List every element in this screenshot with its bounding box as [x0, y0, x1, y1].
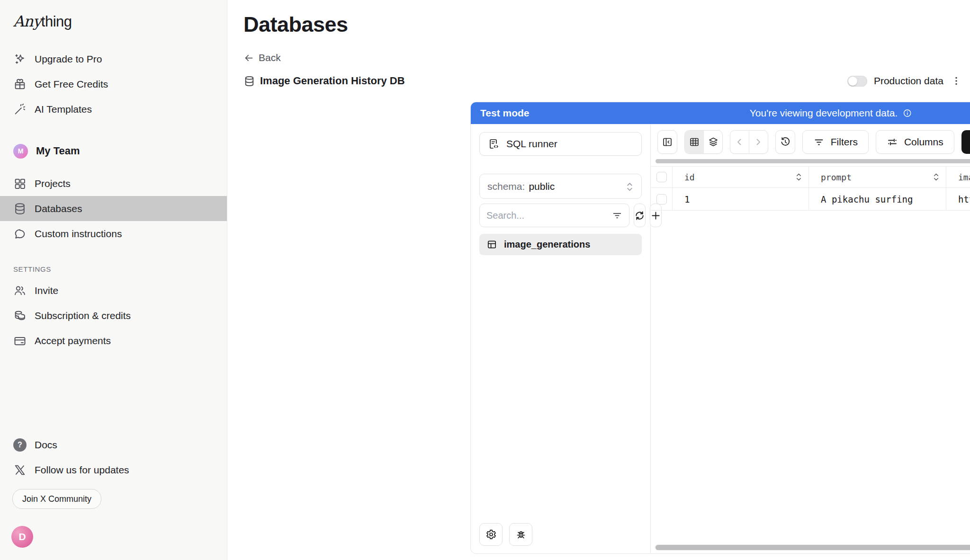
column-header-prompt[interactable]: prompt	[809, 167, 946, 187]
filter-lines-icon[interactable]	[612, 210, 622, 221]
debug-button[interactable]	[509, 523, 532, 546]
column-name: id	[684, 172, 695, 182]
chat-icon	[13, 227, 27, 240]
page-nav-group	[730, 130, 768, 154]
sparkles-icon	[13, 53, 27, 66]
people-icon	[13, 284, 27, 297]
gift-icon	[13, 78, 27, 91]
table-list-item-image-generations[interactable]: image_generations	[479, 234, 642, 255]
chevron-left-icon	[734, 136, 745, 148]
settings-heading: SETTINGS	[0, 265, 227, 273]
select-all-checkbox[interactable]	[656, 172, 667, 182]
back-label: Back	[259, 52, 281, 63]
column-header-id[interactable]: id	[673, 167, 809, 187]
table-grid-icon	[689, 136, 700, 148]
scrollbar-thumb[interactable]	[656, 545, 970, 550]
arrow-left-icon	[244, 53, 254, 63]
database-name: Image Generation History DB	[260, 75, 405, 87]
history-button[interactable]	[775, 130, 795, 154]
sidebar-item-ai-templates[interactable]: AI Templates	[0, 97, 227, 122]
schema-select-label: schema:	[487, 181, 525, 192]
sidebar-item-label: Accept payments	[35, 335, 111, 347]
column-name: prompt	[821, 172, 852, 182]
sidebar-item-databases[interactable]: Databases	[0, 196, 227, 221]
sliders-icon	[887, 136, 898, 148]
sidebar-item-label: AI Templates	[35, 104, 92, 115]
records-area: Filters Columns + Add record 1 row • 460…	[651, 124, 970, 553]
refresh-button[interactable]	[634, 204, 646, 227]
coins-icon	[13, 309, 27, 322]
schema-explorer: SQL runner schema: public	[471, 124, 651, 553]
back-link[interactable]: Back	[244, 52, 281, 63]
add-record-button[interactable]: + Add record	[961, 130, 970, 154]
production-data-label: Production data	[874, 75, 943, 87]
sidebar-item-label: Upgrade to Pro	[35, 53, 102, 65]
wand-icon	[13, 103, 27, 116]
header-checkbox-cell	[651, 167, 673, 187]
filters-label: Filters	[831, 136, 858, 148]
sidebar-item-accept-payments[interactable]: Accept payments	[0, 328, 227, 353]
schema-select[interactable]: schema: public	[479, 174, 642, 199]
help-icon: ?	[13, 438, 27, 452]
app-logo-rest: thing	[41, 13, 72, 30]
app-logo[interactable]: Anything	[0, 0, 227, 34]
sidebar-item-custom-instructions[interactable]: Custom instructions	[0, 221, 227, 246]
view-mode-switcher	[684, 130, 723, 154]
filter-lines-icon	[813, 136, 825, 148]
cell-prompt[interactable]: A pikachu surfing	[809, 188, 946, 210]
schema-select-value: public	[529, 181, 555, 192]
user-avatar[interactable]: D	[11, 526, 33, 548]
grid-icon	[13, 177, 27, 190]
refresh-icon	[634, 210, 645, 221]
sidebar-item-invite[interactable]: Invite	[0, 278, 227, 303]
gear-icon	[485, 529, 497, 540]
sidebar-item-get-free-credits[interactable]: Get Free Credits	[0, 71, 227, 97]
records-toolbar: Filters Columns + Add record 1 row • 460…	[651, 124, 970, 157]
table-icon	[486, 239, 497, 250]
table-search-input[interactable]	[486, 210, 612, 221]
next-page-button[interactable]	[749, 131, 767, 153]
toggle-knob	[848, 77, 857, 86]
table-view-button[interactable]	[685, 131, 703, 153]
column-header-image-url[interactable]: image_url	[946, 167, 970, 187]
sidebar-item-follow-updates[interactable]: Follow us for updates	[0, 457, 227, 482]
filters-button[interactable]: Filters	[802, 130, 869, 154]
cell-image-url[interactable]: https://fal.media/file…	[946, 188, 970, 210]
table-row[interactable]: 1 A pikachu surfing https://fal.media/fi…	[651, 188, 970, 211]
prev-page-button[interactable]	[730, 131, 749, 153]
sidebar-item-upgrade-to-pro[interactable]: Upgrade to Pro	[0, 46, 227, 71]
sidebar-item-label: Subscription & credits	[35, 310, 131, 321]
join-x-community-button[interactable]: Join X Community	[12, 489, 101, 509]
layers-view-button[interactable]	[703, 131, 722, 153]
sidebar-item-projects[interactable]: Projects	[0, 171, 227, 196]
row-checkbox[interactable]	[656, 194, 667, 204]
sidebar-item-label: Custom instructions	[35, 228, 122, 240]
history-clock-icon	[780, 136, 791, 148]
test-mode-banner: Test mode You're viewing development dat…	[471, 102, 970, 124]
team-switcher[interactable]: M My Team	[0, 138, 227, 164]
records-table: id prompt image_url	[651, 166, 970, 211]
scrollbar-thumb[interactable]	[656, 159, 970, 163]
sidebar-item-subscription-credits[interactable]: Subscription & credits	[0, 303, 227, 328]
database-icon	[243, 75, 255, 87]
test-mode-label: Test mode	[480, 107, 529, 119]
kebab-menu-icon[interactable]	[950, 75, 962, 87]
row-checkbox-cell	[651, 188, 673, 210]
sort-icon[interactable]	[933, 172, 940, 182]
sidebar-item-label: Docs	[35, 439, 57, 451]
columns-button[interactable]: Columns	[876, 130, 954, 154]
sidebar-item-label: Get Free Credits	[35, 79, 108, 90]
production-data-toggle[interactable]	[847, 76, 867, 87]
collapse-sidebar-button[interactable]	[657, 130, 677, 154]
info-icon[interactable]	[902, 108, 912, 118]
layers-icon	[708, 136, 719, 148]
horizontal-scrollbar-bottom	[655, 544, 970, 551]
sql-file-icon	[488, 138, 499, 150]
sort-icon[interactable]	[795, 172, 802, 182]
sql-runner-button[interactable]: SQL runner	[479, 132, 642, 156]
cell-id[interactable]: 1	[673, 188, 809, 210]
settings-button[interactable]	[479, 523, 503, 546]
sidebar-item-label: Databases	[35, 203, 82, 214]
horizontal-scrollbar-top	[656, 159, 970, 163]
sidebar-item-docs[interactable]: ? Docs	[0, 432, 227, 457]
